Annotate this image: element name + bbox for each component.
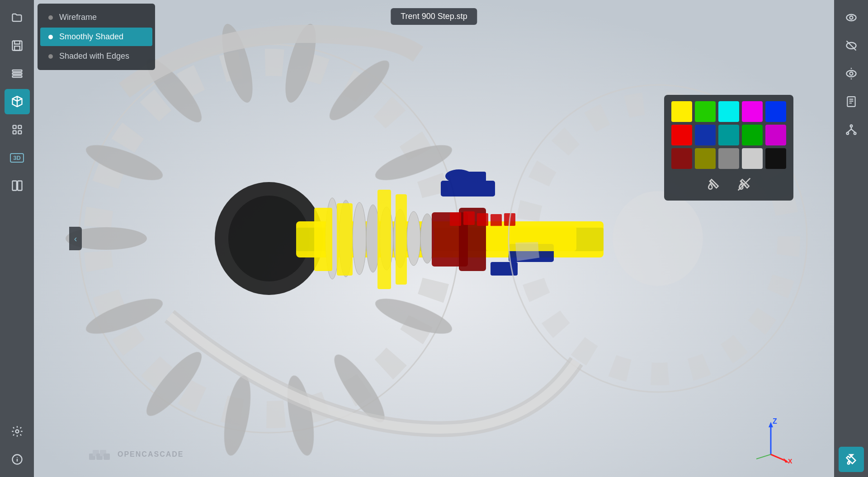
svg-rect-8 (12, 181, 16, 191)
svg-rect-5 (18, 126, 21, 129)
color-swatch-dark-green[interactable] (742, 125, 763, 145)
svg-rect-54 (337, 203, 353, 276)
sidebar-btn-open[interactable] (5, 5, 30, 30)
sidebar-btn-layers[interactable] (5, 61, 30, 86)
svg-rect-4 (13, 126, 16, 129)
color-swatch-olive[interactable] (695, 148, 716, 169)
svg-rect-60 (491, 262, 518, 276)
svg-rect-53 (314, 208, 332, 271)
bullet-smoothly-shaded (48, 35, 53, 39)
dropdown-item-shaded-edges[interactable]: Shaded with Edges (40, 47, 152, 65)
color-swatch-dark-blue[interactable] (695, 125, 716, 145)
svg-rect-71 (396, 194, 407, 285)
color-swatch-red[interactable] (671, 125, 692, 145)
svg-point-12 (846, 14, 856, 21)
sidebar-btn-save[interactable] (5, 33, 30, 58)
svg-point-57 (445, 169, 472, 183)
color-swatches-grid (671, 101, 786, 169)
svg-rect-63 (477, 213, 488, 226)
x-axis-label: X (788, 458, 793, 463)
svg-rect-61 (450, 212, 461, 226)
svg-rect-3 (12, 76, 22, 78)
engine-model (34, 0, 834, 477)
svg-point-21 (854, 132, 856, 135)
svg-point-19 (850, 125, 852, 127)
svg-rect-1 (12, 70, 22, 72)
color-swatch-teal[interactable] (718, 125, 739, 145)
sidebar-btn-info[interactable] (5, 447, 30, 472)
sidebar-btn-hide-selected[interactable] (839, 33, 864, 58)
no-fill-btn[interactable] (734, 174, 754, 194)
svg-line-77 (756, 454, 771, 459)
color-swatch-cyan[interactable] (718, 101, 739, 122)
sidebar-btn-split[interactable] (5, 173, 30, 198)
color-swatch-dark-red[interactable] (671, 148, 692, 169)
svg-rect-70 (377, 190, 391, 289)
color-swatch-dark-magenta[interactable] (765, 125, 786, 145)
z-axis-label: Z (773, 418, 777, 425)
sidebar-btn-properties[interactable] (839, 89, 864, 114)
svg-point-17 (849, 72, 853, 75)
color-swatch-yellow[interactable] (671, 101, 692, 122)
panel-actions (671, 174, 786, 194)
opencascade-watermark: OPENCASCADE (88, 445, 184, 463)
svg-rect-9 (18, 181, 22, 191)
svg-point-10 (15, 430, 19, 433)
sidebar-btn-settings[interactable] (5, 419, 30, 444)
collapse-sidebar-btn[interactable]: ‹ (69, 227, 82, 250)
color-swatch-black[interactable] (765, 148, 786, 169)
color-swatch-blue[interactable] (765, 101, 786, 122)
svg-rect-64 (491, 214, 502, 227)
dropdown-item-wireframe[interactable]: Wireframe (40, 8, 152, 27)
left-sidebar: 3D (0, 0, 34, 477)
sidebar-btn-boxview[interactable] (5, 117, 30, 142)
sidebar-btn-show-only[interactable] (839, 61, 864, 86)
svg-line-75 (771, 454, 787, 461)
color-swatch-light-gray[interactable] (742, 148, 763, 169)
svg-point-45 (353, 202, 366, 275)
color-swatch-green[interactable] (695, 101, 716, 122)
bullet-wireframe (48, 15, 53, 20)
sidebar-btn-paint[interactable] (839, 447, 864, 472)
color-swatch-gray[interactable] (718, 148, 739, 169)
color-panel (664, 95, 793, 201)
svg-point-20 (846, 132, 849, 135)
svg-rect-55 (441, 181, 495, 196)
sidebar-btn-3d[interactable]: 3D (5, 145, 30, 170)
svg-line-72 (738, 178, 750, 191)
svg-rect-82 (104, 454, 110, 460)
bullet-shaded-edges (48, 54, 53, 59)
right-sidebar (834, 0, 868, 477)
title-tooltip: Trent 900 Step.stp (391, 8, 477, 25)
svg-point-13 (849, 16, 853, 19)
color-swatch-magenta[interactable] (742, 101, 763, 122)
axis-indicator: Z X (748, 418, 793, 463)
svg-point-16 (846, 70, 856, 77)
svg-rect-2 (12, 73, 22, 75)
view-mode-dropdown: Wireframe Smoothly Shaded Shaded with Ed… (38, 4, 155, 70)
sidebar-btn-hierarchy[interactable] (839, 117, 864, 142)
sidebar-btn-show-hide[interactable] (839, 5, 864, 30)
svg-rect-7 (18, 131, 21, 134)
svg-point-49 (407, 211, 420, 266)
viewport[interactable]: Trent 900 Step.stp Wireframe Smoothly Sh… (34, 0, 834, 477)
svg-point-69 (613, 191, 703, 286)
svg-rect-62 (463, 211, 475, 225)
svg-rect-6 (13, 131, 16, 134)
dropdown-item-smoothly-shaded[interactable]: Smoothly Shaded (40, 28, 152, 46)
fill-color-btn[interactable] (703, 174, 723, 194)
sidebar-btn-3dview[interactable] (5, 89, 30, 114)
